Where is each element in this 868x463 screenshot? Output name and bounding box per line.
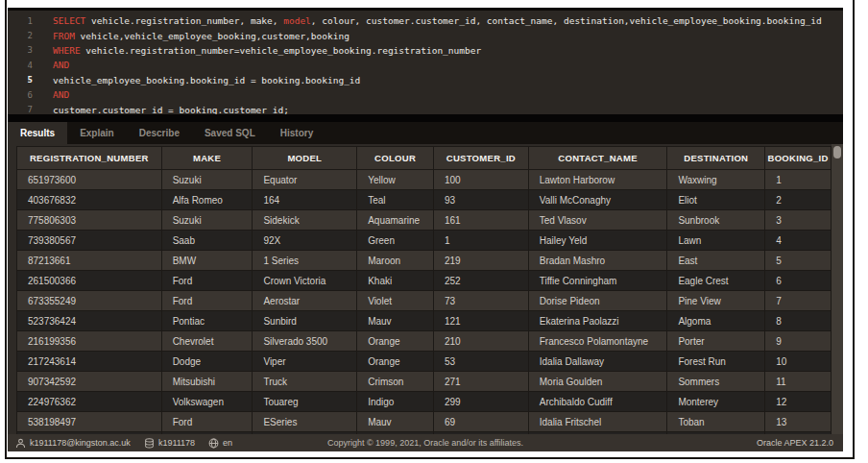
table-cell: Lawton Harborow [529,170,668,190]
table-cell: Idalia Fritschel [529,412,668,432]
sql-line[interactable]: 7customer.customer_id = booking.customer… [8,102,843,114]
table-cell: 73 [434,291,529,311]
sql-keyword: FROM [53,31,75,41]
vertical-scrollbar[interactable] [832,144,843,434]
sql-line[interactable]: 3WHERE vehicle.registration_number=vehic… [8,43,843,58]
sql-text: vehicle_employee_booking.booking_id = bo… [53,75,360,85]
table-cell: 261500366 [17,271,162,291]
table-cell: Hailey Yeld [529,231,668,251]
table-row: 523736424PontiacSunbirdMauv121Ekaterina … [17,311,831,331]
tab-saved-sql[interactable]: Saved SQL [192,122,268,144]
table-cell: 6 [765,271,831,291]
table-cell: 69 [434,412,529,432]
table-row: 87213661BMW1 SeriesMaroon219Bradan Mashr… [17,251,831,271]
table-cell: 224976362 [17,392,162,412]
tab-results[interactable]: Results [8,122,67,144]
sql-line[interactable]: 4AND [8,58,843,72]
table-cell: Volkswagen [162,392,253,412]
table-cell: Aquamarine [357,210,434,231]
table-cell: 775806303 [17,210,162,231]
table-cell: Chevrolet [162,331,253,352]
table-row: 261500366FordCrown VictoriaKhaki252Tiffi… [17,271,831,291]
footer-item-database[interactable]: k1911178 [144,438,195,449]
user-icon [15,438,26,449]
table-cell: 87213661 [17,251,162,271]
table-cell: 523736424 [17,311,162,331]
table-cell: 121 [434,311,529,331]
table-cell: Toban [667,412,765,432]
scrollbar-thumb[interactable] [833,146,841,158]
sql-line[interactable]: 5vehicle_employee_booking.booking_id = b… [8,73,843,87]
line-number: 7 [8,105,33,114]
table-cell: Orange [357,331,434,352]
sql-editor[interactable]: 1SELECT vehicle.registration_number, mak… [8,8,843,114]
column-header[interactable]: MODEL [253,147,357,170]
table-cell: Crimson [357,372,434,392]
table-cell: Ford [162,271,253,291]
table-row: 217243614DodgeViperOrange53Idalia Dallaw… [17,352,831,372]
table-cell: Tiffie Conningham [529,271,668,291]
table-cell: Maroon [357,251,434,271]
column-header[interactable]: DESTINATION [667,147,765,170]
column-header[interactable]: CONTACT_NAME [529,147,668,170]
table-cell: Valli McConaghy [529,190,668,210]
tab-history[interactable]: History [268,122,326,144]
line-number: 4 [8,61,33,70]
table-cell: 219 [434,251,529,271]
table-cell: Archibaldo Cudiff [529,392,668,412]
line-number: 5 [8,75,33,85]
sql-code-text: WHERE vehicle.registration_number=vehicl… [53,45,481,56]
column-header[interactable]: MAKE [162,147,253,170]
table-cell: 13 [765,412,831,432]
table-cell: Moria Goulden [529,372,668,392]
footer-item-label: k1911178 [158,438,195,448]
footer-item-globe[interactable]: en [208,438,232,449]
column-header[interactable]: BOOKING_ID [765,147,831,170]
results-panel: REGISTRATION_NUMBERMAKEMODELCOLOURCUSTOM… [8,144,843,434]
table-cell: 53 [434,352,529,372]
table-cell: 12 [765,392,831,412]
sql-line[interactable]: 2FROM vehicle,vehicle_employee_booking,c… [8,28,843,42]
table-cell: Suzuki [162,210,253,231]
line-number: 1 [8,16,33,26]
table-cell: Dodge [162,352,253,372]
table-cell: 271 [434,372,529,392]
table-cell: Eagle Crest [667,271,765,291]
column-header[interactable]: COLOUR [357,147,434,170]
table-cell: Suzuki [162,170,253,190]
table-cell: 8 [765,311,831,331]
table-row: 538198497FordESeriesMauv69Idalia Fritsch… [17,412,831,432]
footer-item-user[interactable]: k1911178@kingston.ac.uk [15,438,131,449]
column-header[interactable]: REGISTRATION_NUMBER [17,147,162,170]
table-cell: Orange [357,352,434,372]
table-cell: Viper [253,352,357,372]
table-cell: 11 [765,372,831,392]
table-cell: Ekaterina Paolazzi [529,311,668,331]
sql-keyword: model [283,15,311,26]
table-row: 775806303SuzukiSidekickAquamarine161Ted … [17,210,831,231]
table-cell: 252 [434,271,529,291]
sql-code-text: vehicle_employee_booking.booking_id = bo… [53,75,360,85]
table-cell: Mauv [357,311,434,331]
sql-line[interactable]: 1SELECT vehicle.registration_number, mak… [8,13,843,28]
table-cell: Ford [162,412,253,432]
table-cell: Khaki [357,271,434,291]
sql-code-text: AND [53,60,69,70]
tab-explain[interactable]: Explain [67,122,127,144]
table-cell: Monterey [667,392,765,412]
table-cell: 161 [434,210,529,231]
table-cell: 10 [765,352,831,372]
table-cell: Dorise Pideon [529,291,668,311]
table-cell: Bradan Mashro [529,251,668,271]
apex-sql-workshop-window: 1SELECT vehicle.registration_number, mak… [8,8,843,451]
table-cell: Silverado 3500 [253,331,357,352]
table-cell: Equator [253,170,357,190]
table-cell: Yellow [357,170,434,190]
column-header[interactable]: CUSTOMER_ID [434,147,529,170]
table-row: 673355249FordAerostarViolet73Dorise Pide… [17,291,831,311]
tab-describe[interactable]: Describe [127,122,192,144]
table-cell: Pine View [667,291,765,311]
globe-icon [208,438,219,449]
sql-line[interactable]: 6AND [8,87,843,102]
table-cell: 3 [765,210,831,231]
